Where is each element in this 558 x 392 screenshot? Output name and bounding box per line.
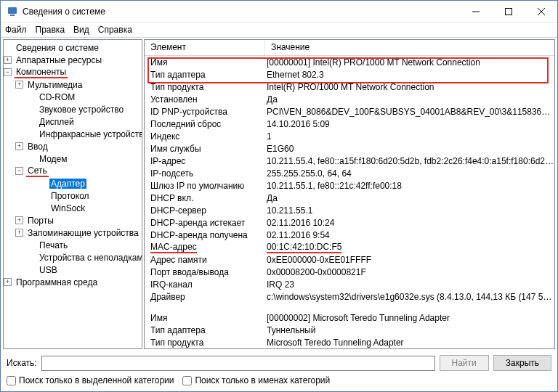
cell-value: PCI\VEN_8086&DEV_100F&SUBSYS_04001AB8&RE… xyxy=(265,107,554,117)
col-value[interactable]: Значение xyxy=(265,40,554,55)
cell-value: 1 xyxy=(265,131,554,142)
table-row[interactable]: Имя[00000002] Microsoft Teredo Tunneling… xyxy=(145,311,554,324)
chk-names-only-box[interactable] xyxy=(182,376,192,385)
cell-element: Последний сброс xyxy=(145,119,265,129)
table-row[interactable]: DHCP-аренда получена02.11.2016 9:54 xyxy=(145,229,554,241)
expand-icon[interactable]: + xyxy=(15,229,23,237)
table-row[interactable]: DHCP-аренда истекает02.11.2016 10:24 xyxy=(145,216,554,229)
cell-value: c:\windows\system32\drivers\e1g6032e.sys… xyxy=(265,292,554,302)
cell-value: Туннельный xyxy=(265,325,554,335)
tree-adapter[interactable]: Адаптер xyxy=(49,179,86,189)
table-row[interactable]: Драйверc:\windows\system32\drivers\e1g60… xyxy=(145,290,554,303)
close-action-button[interactable]: Закрыть xyxy=(493,355,551,371)
cell-element: Порт ввода/вывода xyxy=(145,267,265,277)
table-row[interactable]: Адрес памяти0xEE000000-0xEE01FFFF xyxy=(145,253,554,266)
table-row[interactable]: Порт ввода/вывода0x00008200-0x0000821F xyxy=(145,266,554,278)
cell-value: Да xyxy=(265,94,554,105)
tree-winsock[interactable]: WinSock xyxy=(49,203,86,213)
cell-element: IP-адрес xyxy=(145,156,265,166)
table-row[interactable]: УстановленДа xyxy=(145,93,554,105)
cell-element: ID PNP-устройства xyxy=(145,107,265,117)
tree-root[interactable]: Сведения о системе xyxy=(15,43,100,53)
collapse-icon[interactable]: − xyxy=(15,167,23,175)
cell-element: Имя xyxy=(145,313,265,323)
cell-element: Тип продукта xyxy=(145,338,265,348)
category-tree[interactable]: Сведения о системе +Аппаратные ресурсы −… xyxy=(3,39,142,349)
cell-value: [00000001] Intel(R) PRO/1000 MT Network … xyxy=(265,57,554,68)
tree-print[interactable]: Печать xyxy=(38,240,69,250)
table-row[interactable]: Тип продуктаMicrosoft Teredo Tunneling A… xyxy=(145,336,554,348)
table-row[interactable]: IRQ-каналIRQ 23 xyxy=(145,278,554,290)
cell-value: 255.255.255.0, 64, 64 xyxy=(265,168,554,179)
tree-components[interactable]: Компоненты xyxy=(15,67,68,78)
table-row[interactable]: IP-адрес10.211.55.4, fe80::a15f:f180:6d2… xyxy=(145,155,554,167)
app-icon xyxy=(7,6,18,17)
tree-protocol[interactable]: Протокол xyxy=(49,191,91,201)
collapse-icon[interactable]: − xyxy=(4,68,12,76)
tree-hw[interactable]: Аппаратные ресурсы xyxy=(15,55,103,65)
table-row[interactable]: Тип адаптераТуннельный xyxy=(145,324,554,336)
tree-input[interactable]: Ввод xyxy=(26,142,49,152)
table-row[interactable]: Индекс1 xyxy=(145,130,554,142)
expand-icon[interactable]: + xyxy=(15,216,23,224)
find-label: Искать: xyxy=(7,358,37,368)
cell-element: Тип продукта xyxy=(145,82,265,92)
menu-file[interactable]: Файл xyxy=(5,25,27,35)
table-row[interactable]: Последний сброс14.10.2016 5:09 xyxy=(145,118,554,130)
cell-element: MAC-адрес xyxy=(145,242,265,253)
chk-selected-category[interactable]: Поиск только в выделенной категории xyxy=(7,375,174,385)
tree-multimedia[interactable]: Мультимедиа xyxy=(26,80,84,90)
cell-value: 10.211.55.1 xyxy=(265,205,554,216)
cell-value: Intel(R) PRO/1000 MT Network Connection xyxy=(265,82,554,92)
cell-value: E1G60 xyxy=(265,144,554,154)
tree-cdrom[interactable]: CD-ROM xyxy=(38,92,76,102)
expand-icon[interactable]: + xyxy=(4,56,12,64)
table-row[interactable]: IP-подсеть255.255.255.0, 64, 64 xyxy=(145,167,554,179)
find-input[interactable] xyxy=(41,356,435,371)
tree-sound[interactable]: Звуковое устройство xyxy=(38,105,125,115)
table-row[interactable]: Шлюз IP по умолчанию10.211.55.1, fe80::2… xyxy=(145,179,554,192)
chk-selected-category-box[interactable] xyxy=(7,376,16,385)
cell-element: IP-подсеть xyxy=(145,168,265,179)
tree-modem[interactable]: Модем xyxy=(38,154,68,164)
table-row[interactable]: Тип адаптераEthernet 802.3 xyxy=(145,68,554,81)
close-button[interactable] xyxy=(525,1,557,22)
expand-icon[interactable]: + xyxy=(4,278,12,286)
cell-element: Адрес памяти xyxy=(145,255,265,265)
table-row[interactable]: Имя службыE1G60 xyxy=(145,142,554,155)
cell-value: 14.10.2016 5:09 xyxy=(265,119,554,129)
table-row[interactable]: MAC-адрес00:1C:42:10:DC:F5 xyxy=(145,241,554,253)
cell-element: Драйвер xyxy=(145,292,265,302)
tree-problem[interactable]: Устройства с неполадками xyxy=(38,253,142,263)
find-button[interactable]: Найти xyxy=(440,355,489,371)
col-element[interactable]: Элемент xyxy=(145,40,265,55)
maximize-button[interactable] xyxy=(492,1,525,22)
cell-value: 00:1C:42:10:DC:F5 xyxy=(265,242,554,253)
menu-help[interactable]: Справка xyxy=(98,25,132,35)
menu-view[interactable]: Вид xyxy=(73,25,89,35)
cell-value: Да xyxy=(265,193,554,203)
table-row[interactable]: DHCP-сервер10.211.55.1 xyxy=(145,204,554,216)
cell-element: Имя xyxy=(145,57,265,68)
chk-names-only[interactable]: Поиск только в именах категорий xyxy=(182,375,330,385)
menu-edit[interactable]: Правка xyxy=(36,25,65,35)
tree-storage[interactable]: Запоминающие устройства xyxy=(26,228,140,238)
table-row[interactable]: DHCP вкл.Да xyxy=(145,192,554,204)
cell-element: IRQ-канал xyxy=(145,279,265,290)
tree-display[interactable]: Дисплей xyxy=(38,117,76,127)
expand-icon[interactable]: + xyxy=(15,81,23,89)
table-row[interactable]: Тип продуктаIntel(R) PRO/1000 MT Network… xyxy=(145,81,554,93)
tree-usb[interactable]: USB xyxy=(38,265,59,275)
tree-ports[interactable]: Порты xyxy=(26,216,55,226)
cell-value: Microsoft Teredo Tunneling Adapter xyxy=(265,338,554,348)
tree-network[interactable]: Сеть xyxy=(26,166,49,177)
tree-infrared[interactable]: Инфракрасные устройства xyxy=(38,129,142,139)
table-row[interactable]: ID PNP-устройстваPCI\VEN_8086&DEV_100F&S… xyxy=(145,105,554,118)
details-grid[interactable]: Элемент Значение Имя[00000001] Intel(R) … xyxy=(144,39,555,349)
tree-swenv[interactable]: Программная среда xyxy=(15,277,99,287)
cell-value: 10.211.55.4, fe80::a15f:f180:6d20:5d2b, … xyxy=(265,156,554,166)
cell-element: Тип адаптера xyxy=(145,70,265,80)
expand-icon[interactable]: + xyxy=(15,142,23,150)
table-row[interactable]: Имя[00000001] Intel(R) PRO/1000 MT Netwo… xyxy=(145,56,554,68)
minimize-button[interactable] xyxy=(459,1,492,22)
